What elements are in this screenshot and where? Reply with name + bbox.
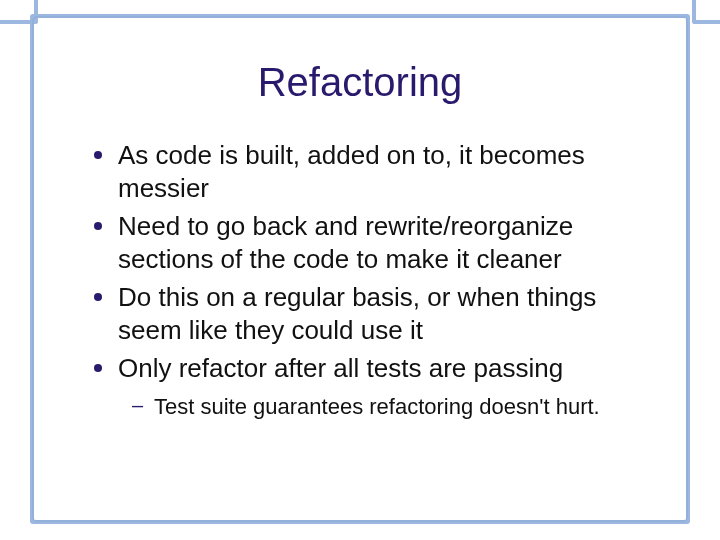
bullet-item: As code is built, added on to, it become… — [88, 139, 650, 204]
slide-content: Refactoring As code is built, added on t… — [30, 14, 690, 524]
frame-corner-top-right — [692, 0, 720, 24]
bullet-item: Need to go back and rewrite/reorganize s… — [88, 210, 650, 275]
bullet-list: As code is built, added on to, it become… — [70, 139, 650, 385]
slide: Refactoring As code is built, added on t… — [0, 0, 720, 540]
bullet-item: Do this on a regular basis, or when thin… — [88, 281, 650, 346]
sub-bullet-item: Test suite guarantees refactoring doesn'… — [128, 393, 650, 421]
sub-bullet-list: Test suite guarantees refactoring doesn'… — [70, 393, 650, 421]
slide-title: Refactoring — [70, 60, 650, 105]
bullet-item: Only refactor after all tests are passin… — [88, 352, 650, 385]
